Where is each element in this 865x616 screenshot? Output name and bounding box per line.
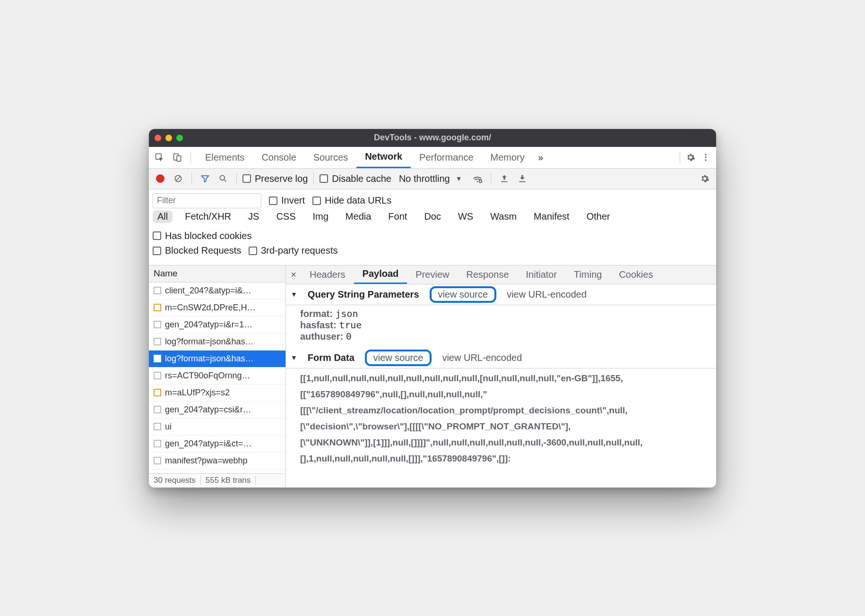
file-icon [154,338,161,345]
throttling-select[interactable]: No throttling ▼ [394,173,467,184]
detail-tab-initiator[interactable]: Initiator [518,265,566,284]
status-bar: 30 requests 555 kB trans [149,473,285,488]
invert-checkbox[interactable]: Invert [269,195,305,206]
preserve-log-label: Preserve log [255,173,308,184]
has-blocked-cookies-checkbox[interactable]: Has blocked cookies [153,231,251,241]
record-button[interactable] [153,171,168,186]
request-row[interactable]: client_204?&atyp=i&… [149,282,285,299]
detail-tab-cookies[interactable]: Cookies [610,265,661,284]
request-row[interactable]: log?format=json&has… [149,351,285,368]
filter-type-media[interactable]: Media [341,210,376,223]
network-conditions-icon[interactable] [470,171,485,186]
request-row[interactable]: log?format=json&has… [149,334,285,351]
file-icon [154,406,161,413]
svg-point-10 [476,181,478,182]
separator [313,172,314,185]
file-icon [154,304,161,311]
third-party-label: 3rd-party requests [261,245,337,256]
filter-type-manifest[interactable]: Manifest [529,210,574,223]
request-name: m=CnSW2d,DPreE,H… [165,303,256,313]
filter-type-fetch-xhr[interactable]: Fetch/XHR [180,210,236,223]
kebab-menu-icon[interactable] [698,150,713,165]
query-section-title: Query String Parameters [308,289,419,300]
window-controls [155,135,183,141]
minimize-window-button[interactable] [165,135,172,141]
svg-point-11 [479,180,482,183]
main-tab-sources[interactable]: Sources [305,147,356,168]
third-party-checkbox[interactable]: 3rd-party requests [249,245,337,256]
zoom-window-button[interactable] [176,135,183,141]
chevron-down-icon: ▼ [456,175,462,182]
filter-type-img[interactable]: Img [308,210,333,223]
close-detail-icon[interactable]: × [286,269,301,280]
request-row[interactable]: m=CnSW2d,DPreE,H… [149,299,285,317]
filter-type-other[interactable]: Other [582,210,615,223]
column-header-name[interactable]: Name [149,265,285,282]
disclosure-triangle-icon: ▼ [291,354,297,361]
network-settings-icon[interactable] [697,171,712,186]
request-row[interactable]: manifest?pwa=webhp [149,453,285,470]
form-data-section-header[interactable]: ▼ Form Data view source view URL-encoded [286,348,716,368]
request-name: gen_204?atyp=i&ct=… [165,439,251,449]
view-source-button[interactable]: view source [430,286,497,303]
filter-type-font[interactable]: Font [383,210,412,223]
filter-type-css[interactable]: CSS [271,210,300,223]
param-key: format: [300,308,335,319]
view-url-encoded-button[interactable]: view URL-encoded [442,352,522,363]
upload-har-icon[interactable] [497,171,512,186]
request-row[interactable]: gen_204?atyp=csi&r… [149,402,285,419]
svg-point-8 [220,175,225,180]
more-tabs-icon[interactable]: » [533,150,548,165]
hide-data-urls-checkbox[interactable]: Hide data URLs [312,195,391,206]
detail-tab-timing[interactable]: Timing [565,265,610,284]
detail-tab-preview[interactable]: Preview [407,265,458,284]
separator [190,151,191,163]
request-row[interactable]: m=aLUfP?xjs=s2 [149,385,285,402]
svg-point-4 [705,156,706,158]
download-har-icon[interactable] [515,171,530,186]
form-data-line: [[[\"/client_streamz/location/location_p… [300,402,711,419]
main-tab-performance[interactable]: Performance [411,147,482,168]
close-window-button[interactable] [155,135,161,141]
file-icon [154,355,161,362]
svg-rect-2 [177,156,181,162]
request-row[interactable]: rs=ACT90oFqOrnng… [149,368,285,385]
filter-type-wasm[interactable]: Wasm [485,210,521,223]
clear-icon[interactable] [171,171,186,186]
search-icon[interactable] [216,171,231,186]
main-tab-memory[interactable]: Memory [482,147,533,168]
main-tab-network[interactable]: Network [356,147,411,168]
filter-icon[interactable] [198,171,213,186]
blocked-requests-checkbox[interactable]: Blocked Requests [153,245,241,256]
main-tab-console[interactable]: Console [253,147,304,168]
filter-input[interactable] [153,193,261,208]
filter-type-js[interactable]: JS [243,210,264,223]
form-data-section-title: Form Data [308,352,355,363]
request-name: log?format=json&has… [165,354,254,364]
filter-type-doc[interactable]: Doc [419,210,446,223]
filter-type-all[interactable]: All [153,210,173,223]
view-source-button[interactable]: view source [365,350,432,366]
disclosure-triangle-icon: ▼ [291,291,297,298]
inspect-element-icon[interactable] [152,150,167,165]
device-toolbar-icon[interactable] [170,150,185,165]
network-split: Name client_204?&atyp=i&…m=CnSW2d,DPreE,… [149,265,716,488]
main-tab-elements[interactable]: Elements [197,147,253,168]
detail-tab-headers[interactable]: Headers [301,265,354,284]
request-row[interactable]: ui [149,419,285,436]
request-row[interactable]: gen_204?atyp=i&ct=… [149,436,285,453]
disable-cache-checkbox[interactable]: Disable cache [320,173,391,184]
settings-icon[interactable] [683,150,698,165]
status-transfer-size: 555 kB trans [201,476,256,485]
filter-type-ws[interactable]: WS [453,210,478,223]
form-data-line: [[1,null,null,null,null,null,null,null,n… [300,370,711,386]
detail-tab-payload[interactable]: Payload [354,265,407,284]
detail-tab-response[interactable]: Response [458,265,517,284]
request-name: client_204?&atyp=i&… [165,286,251,296]
query-section-header[interactable]: ▼ Query String Parameters view source vi… [286,284,716,305]
request-row[interactable]: gen_204?atyp=i&r=1… [149,317,285,334]
preserve-log-checkbox[interactable]: Preserve log [242,173,308,184]
form-data-line: [\"decision\",\"browser\"],[[[[\"NO_PROM… [300,419,711,435]
view-url-encoded-button[interactable]: view URL-encoded [507,289,587,300]
query-param: hasfast: true [300,319,711,331]
